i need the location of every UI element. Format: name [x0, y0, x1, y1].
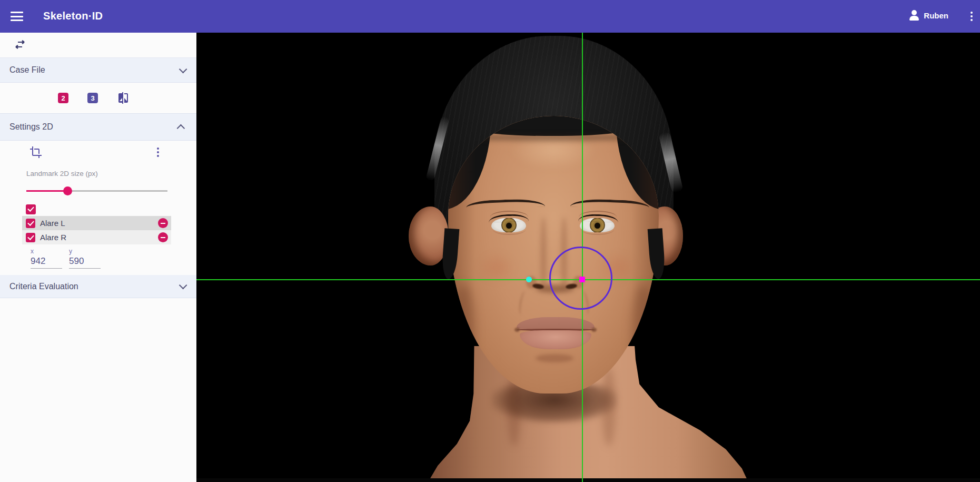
settings-overflow-menu-icon[interactable]: [157, 147, 159, 157]
y-coordinate-field: y: [69, 248, 105, 269]
chevron-down-icon: [179, 65, 187, 73]
alare-r-checkbox[interactable]: [26, 233, 35, 242]
chevron-up-icon: [177, 124, 185, 132]
remove-alare-l-icon[interactable]: [158, 218, 168, 228]
user-name: Ruben: [924, 11, 948, 20]
crop-icon[interactable]: [29, 146, 42, 159]
left-sidebar: Case File 2 3 Settings 2D Landmark 2D si…: [0, 33, 196, 482]
secondary-landmark-point[interactable]: [526, 277, 532, 282]
x-coordinate-input[interactable]: [31, 256, 62, 269]
mouth: [516, 317, 596, 352]
face-model-canvas[interactable]: [196, 33, 980, 482]
landmark-row-alare-l[interactable]: Alare L: [22, 216, 171, 230]
compare-views-icon[interactable]: [117, 91, 130, 105]
landmark-size-slider[interactable]: [26, 186, 167, 195]
slider-fill: [26, 190, 67, 192]
landmark-size-label: Landmark 2D size (px): [26, 170, 98, 178]
canvas-bottom-edge: [196, 478, 980, 482]
section-settings-2d[interactable]: Settings 2D: [0, 113, 196, 141]
section-criteria-evaluation-label: Criteria Evaluation: [9, 282, 78, 291]
sidebar-toolbar: [0, 33, 196, 58]
swap-arrows-icon[interactable]: [14, 40, 26, 51]
view-mode-row: 2 3: [0, 83, 196, 113]
active-landmark-point[interactable]: [579, 277, 585, 282]
badge-3d-view[interactable]: 3: [87, 93, 98, 103]
settings-2d-panel: Landmark 2D size (px) Alare L Alare R x …: [0, 141, 196, 275]
slider-handle[interactable]: [63, 186, 72, 195]
left-eye: [491, 218, 526, 232]
user-avatar-icon: [909, 9, 919, 21]
alare-l-label: Alare L: [40, 219, 153, 228]
right-eye: [580, 218, 615, 232]
section-settings-2d-label: Settings 2D: [9, 122, 53, 132]
y-coordinate-label: y: [69, 248, 105, 255]
landmark-row-alare-r[interactable]: Alare R: [22, 230, 171, 244]
hamburger-menu-icon[interactable]: [11, 12, 23, 21]
alare-l-checkbox[interactable]: [26, 219, 35, 228]
app-title: Skeleton·ID: [43, 10, 103, 22]
x-coordinate-label: x: [31, 248, 66, 255]
section-case-file[interactable]: Case File: [0, 58, 196, 83]
user-menu[interactable]: Ruben: [909, 9, 948, 21]
alare-r-label: Alare R: [40, 233, 153, 242]
section-criteria-evaluation[interactable]: Criteria Evaluation: [0, 275, 196, 298]
section-case-file-label: Case File: [9, 65, 45, 75]
chevron-down-icon: [179, 281, 187, 290]
x-coordinate-field: x: [31, 248, 66, 269]
overflow-menu-icon[interactable]: [971, 12, 973, 21]
badge-2d-view[interactable]: 2: [58, 93, 68, 103]
y-coordinate-input[interactable]: [69, 256, 101, 269]
left-eyebrow: [466, 198, 545, 209]
remove-alare-r-icon[interactable]: [158, 232, 168, 242]
top-app-bar: Skeleton·ID Ruben: [0, 0, 980, 33]
select-all-checkbox[interactable]: [26, 204, 36, 214]
